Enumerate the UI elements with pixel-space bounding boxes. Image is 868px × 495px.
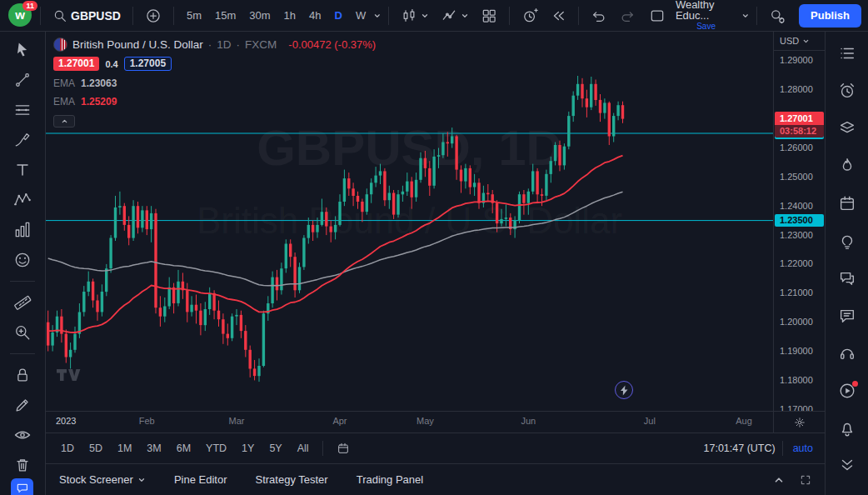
range-3m[interactable]: 3M [140, 439, 167, 458]
collapse-legend-button[interactable] [53, 115, 75, 128]
price-tick: 1.26000 [780, 142, 813, 152]
account-menu-button[interactable]: w 11 [8, 3, 33, 28]
divider [10, 353, 35, 354]
timezone-clock[interactable]: 17:01:47 (UTC) [704, 442, 776, 454]
indicator-row[interactable]: EMA 1.25209 [53, 96, 376, 108]
alarm-clock-icon [838, 82, 856, 100]
indicator-value: 1.25209 [81, 96, 117, 108]
notifications-button[interactable] [835, 417, 860, 440]
range-ytd[interactable]: YTD [199, 439, 233, 458]
forecast-tool-button[interactable] [8, 218, 37, 242]
support-button[interactable] [835, 342, 860, 365]
more-panels-button[interactable] [835, 454, 860, 478]
cursor-tool-button[interactable] [8, 38, 37, 62]
range-5y[interactable]: 5Y [262, 439, 288, 458]
indicators-icon [441, 8, 457, 24]
public-chats-button[interactable] [835, 267, 860, 290]
symbol-title[interactable]: British Pound / U.S. Dollar [72, 38, 203, 51]
interval-5m[interactable]: 5m [181, 6, 207, 25]
bar-replay-button[interactable] [545, 4, 571, 28]
private-messages-button[interactable] [835, 304, 860, 328]
tab-label: Pine Editor [174, 473, 227, 486]
range-1d[interactable]: 1D [54, 439, 81, 458]
symbol-search-button[interactable]: GBPUSD [47, 5, 126, 27]
indicators-button[interactable] [436, 4, 474, 28]
replay-rewind-icon [550, 8, 566, 24]
currency-caret-icon [802, 38, 810, 45]
ideas-button[interactable] [835, 229, 860, 252]
remove-drawings-button[interactable] [8, 453, 37, 477]
undo-button[interactable] [586, 4, 612, 28]
calendar-icon [838, 194, 856, 212]
text-tool-button[interactable] [8, 158, 37, 182]
interval-1d[interactable]: D [329, 6, 348, 25]
chevron-down-icon [137, 476, 146, 484]
redo-button[interactable] [614, 4, 641, 28]
interval-30m[interactable]: 30m [243, 6, 276, 25]
create-alert-button[interactable] [516, 4, 543, 28]
emoji-tool-button[interactable] [8, 248, 37, 272]
trend-line-tool-button[interactable] [8, 68, 37, 92]
fib-tool-button[interactable] [8, 98, 37, 122]
axis-currency-button[interactable]: USD [774, 32, 825, 51]
publish-button[interactable]: Publish [799, 4, 861, 28]
lightning-button[interactable] [615, 381, 633, 399]
price-axis[interactable]: USD 1.27001 03:58:12 1.26500 1.23500 1.1… [773, 32, 825, 411]
go-to-date-button[interactable] [330, 438, 357, 458]
range-1y[interactable]: 1Y [235, 439, 261, 458]
alerts-button[interactable] [835, 79, 860, 102]
brush-tool-button[interactable] [8, 128, 37, 152]
range-1m[interactable]: 1M [111, 439, 138, 458]
chart-plot: GBPUSD, 1D British Pound / U.S. Dollar B… [46, 32, 773, 411]
bar-countdown: 03:58:12 [775, 125, 824, 138]
tab-pine-editor[interactable]: Pine Editor [174, 473, 227, 486]
layout-select-button[interactable] [644, 4, 671, 28]
lock-drawings-button[interactable] [8, 363, 37, 387]
tab-trading-panel[interactable]: Trading Panel [357, 473, 423, 486]
legend-interval[interactable]: 1D [217, 38, 231, 51]
layout-caret-icon[interactable] [741, 11, 750, 21]
maximize-panel-icon[interactable] [800, 474, 811, 486]
interval-15m[interactable]: 15m [209, 6, 242, 25]
range-all[interactable]: All [291, 439, 316, 458]
watchlist-button[interactable] [835, 42, 860, 65]
layout-grid-button[interactable] [476, 4, 502, 28]
interval-1w[interactable]: W [350, 6, 372, 25]
double-chevron-down-icon [838, 457, 856, 475]
symbol-legend-row[interactable]: British Pound / U.S. Dollar · 1D · FXCM … [53, 38, 376, 52]
measure-tool-button[interactable] [8, 291, 37, 314]
range-5d[interactable]: 5D [82, 439, 109, 458]
auto-scale-button[interactable]: auto [790, 442, 816, 454]
compare-add-button[interactable] [140, 4, 167, 28]
interval-4h[interactable]: 4h [303, 6, 327, 25]
divider [578, 7, 579, 25]
expand-panel-chevron-icon[interactable] [773, 474, 785, 486]
time-axis[interactable]: 2023FebMarAprMayJunJulAug [46, 411, 773, 432]
time-axis-label: Apr [322, 416, 358, 426]
tab-stock-screener[interactable]: Stock Screener [59, 473, 146, 486]
object-tree-button[interactable] [835, 117, 860, 140]
interval-1h[interactable]: 1h [278, 6, 302, 25]
indicator-row[interactable]: EMA 1.23063 [53, 78, 376, 89]
support-chat-button[interactable] [11, 478, 33, 495]
hide-drawings-button[interactable] [8, 423, 37, 447]
save-layout-label[interactable]: Save [696, 21, 716, 32]
chart-style-button[interactable] [396, 4, 434, 28]
quick-search-button[interactable] [764, 4, 791, 28]
divider [132, 7, 133, 25]
legend-exchange[interactable]: FXCM [245, 38, 277, 51]
smiley-icon [12, 250, 32, 270]
intervals-caret-icon[interactable] [373, 11, 382, 21]
zoom-tool-button[interactable] [8, 321, 37, 344]
axis-settings-corner[interactable] [773, 411, 825, 432]
saved-layout-button[interactable]: Wealthy Educ... Save [672, 0, 740, 32]
range-6m[interactable]: 6M [170, 439, 197, 458]
tab-strategy-tester[interactable]: Strategy Tester [255, 473, 327, 486]
edit-tool-button[interactable] [8, 393, 37, 417]
pattern-tool-button[interactable] [8, 188, 37, 212]
hotlists-button[interactable] [835, 154, 860, 178]
calendar-button[interactable] [835, 192, 860, 215]
price-tick: 1.20000 [780, 317, 813, 327]
streams-button[interactable] [835, 379, 860, 402]
tradingview-logo[interactable] [56, 367, 84, 386]
